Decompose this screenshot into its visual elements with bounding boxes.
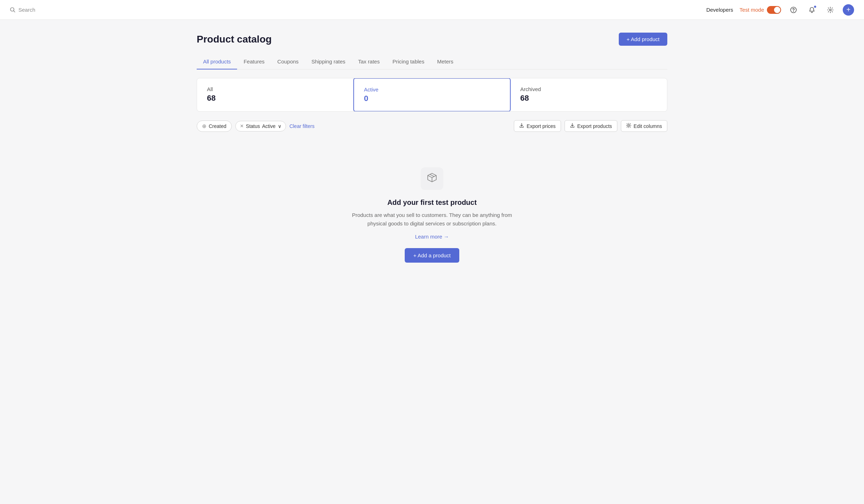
tab-tax-rates[interactable]: Tax rates [352,54,386,69]
empty-icon-wrap [421,167,443,190]
notification-dot [814,5,817,8]
test-mode-area: Test mode [740,6,781,14]
toggle-thumb [774,7,780,13]
page-header: Product catalog + Add product [197,33,667,46]
tabs-bar: All productsFeaturesCouponsShipping rate… [197,54,667,69]
tab-shipping-rates[interactable]: Shipping rates [305,54,352,69]
x-icon[interactable]: ✕ [240,123,244,129]
learn-more-label: Learn more [415,234,442,240]
svg-point-3 [793,11,794,11]
tab-meters[interactable]: Meters [431,54,460,69]
add-product-inline-button[interactable]: + Add a product [405,248,459,263]
export-products-button[interactable]: Export products [565,120,617,132]
empty-state: Add your first test product Products are… [197,139,667,284]
status-card-label-archived: Archived [520,86,657,92]
tab-pricing-tables[interactable]: Pricing tables [386,54,431,69]
chevron-down-icon: ∨ [278,123,281,129]
status-card-active[interactable]: Active 0 [353,78,511,112]
learn-more-link[interactable]: Learn more → [415,234,449,240]
page-title: Product catalog [197,34,272,45]
filter-right: Export prices Export products Edit co [514,120,667,132]
clear-filters-button[interactable]: Clear filters [290,123,315,129]
box-icon [427,172,437,185]
edit-columns-button[interactable]: Edit columns [621,120,667,132]
filter-left: ⊕ Created ✕ Status Active ∨ Clear filter… [197,121,314,132]
status-card-count-all: 68 [207,94,343,103]
export-prices-icon [519,123,524,129]
status-card-count-active: 0 [364,94,500,103]
svg-point-5 [628,125,629,127]
status-card-all[interactable]: All 68 [197,78,354,111]
search-icon [10,7,16,13]
status-card-label-active: Active [364,86,500,93]
created-filter-label: Created [209,123,226,129]
status-filter-label: Status [246,123,260,129]
status-cards: All 68 Active 0 Archived 68 [197,78,667,112]
search-placeholder: Search [18,7,35,13]
status-filter-value: Active [262,123,276,129]
export-prices-label: Export prices [527,123,556,129]
test-mode-toggle[interactable] [767,6,781,14]
edit-columns-label: Edit columns [634,123,662,129]
export-products-label: Export products [577,123,612,129]
plus-circle-icon: ⊕ [202,123,207,129]
main-content: Product catalog + Add product All produc… [184,20,680,284]
export-products-icon [570,123,575,129]
svg-point-4 [830,9,831,11]
empty-description: Products are what you sell to customers.… [350,211,514,228]
created-filter-chip[interactable]: ⊕ Created [197,121,232,132]
help-button[interactable] [787,4,800,16]
add-product-button[interactable]: + Add product [619,33,667,46]
empty-title: Add your first test product [387,198,477,207]
test-mode-label: Test mode [740,7,764,13]
global-plus-button[interactable]: + [843,4,854,16]
status-card-label-all: All [207,86,343,92]
svg-line-1 [14,11,15,12]
tab-features[interactable]: Features [237,54,271,69]
arrow-right-icon: → [444,234,449,240]
filter-bar: ⊕ Created ✕ Status Active ∨ Clear filter… [197,120,667,132]
svg-point-0 [11,7,14,11]
export-prices-button[interactable]: Export prices [514,120,561,132]
tab-coupons[interactable]: Coupons [271,54,305,69]
notification-button[interactable] [806,4,818,16]
search-bar[interactable]: Search [10,7,35,13]
settings-button[interactable] [824,4,836,16]
developers-link[interactable]: Developers [706,7,733,13]
status-card-archived[interactable]: Archived 68 [510,78,667,111]
top-nav: Search Developers Test mode [0,0,864,20]
edit-columns-icon [626,123,631,129]
status-filter-chip[interactable]: ✕ Status Active ∨ [235,121,286,131]
nav-right: Developers Test mode [706,4,854,16]
tab-all-products[interactable]: All products [197,54,237,69]
status-card-count-archived: 68 [520,94,657,103]
